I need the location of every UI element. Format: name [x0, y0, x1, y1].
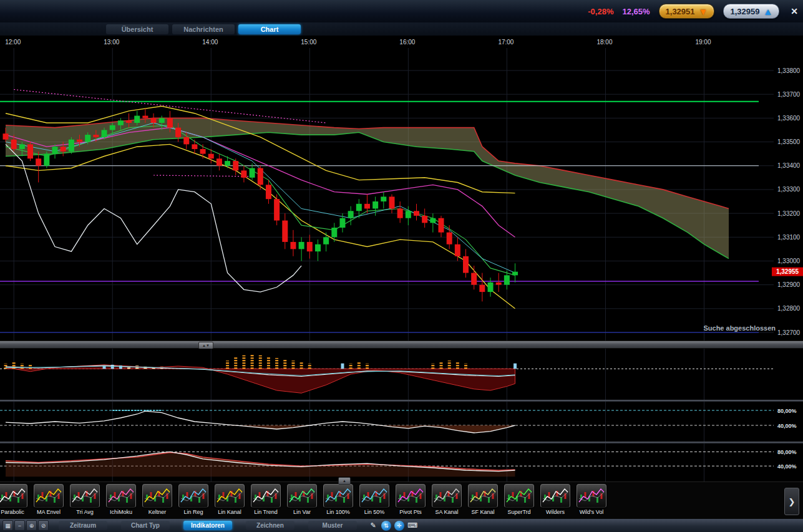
bottom-tab-zeitraum[interactable]: Zeitraum	[59, 521, 107, 530]
keyboard-icon[interactable]: ⌨	[407, 521, 417, 531]
toolbar-item-sa-kanal[interactable]: SA Kanal	[431, 484, 462, 515]
svg-text:80,00%: 80,00%	[777, 449, 797, 455]
toolbar-item-label: Lin Trend	[254, 509, 278, 515]
indicator-preview-icon	[396, 484, 426, 508]
svg-text:12:00: 12:00	[5, 39, 21, 46]
zoom-out-icon[interactable]: −	[14, 520, 25, 531]
toolbar-item-lin-trend[interactable]: Lin Trend	[250, 484, 281, 515]
sub2-svg[interactable]: 80,00%40,00%	[0, 402, 803, 442]
bottom-tab-muster[interactable]: Muster	[308, 521, 357, 530]
svg-text:1,33600: 1,33600	[777, 115, 801, 122]
indicator-toolbar: ParabolicMA EnvelTri AvgIchiMokuKeltnerL…	[0, 481, 803, 519]
indicator-preview-icon	[540, 484, 570, 508]
zoom-in-icon[interactable]: ⊕	[26, 520, 37, 531]
toolbar-item-ma-envel[interactable]: MA Envel	[33, 484, 64, 515]
toolbar-item-pivot-pts[interactable]: Pivot Pts	[395, 484, 426, 515]
toolbar-item-lin-50-[interactable]: Lin 50%	[359, 484, 390, 515]
toolbar-item-lin-100-[interactable]: Lin 100%	[323, 484, 354, 515]
toolbar-item-label: Lin Reg	[183, 509, 203, 515]
search-status-text: Suche abgeschlossen	[703, 324, 776, 332]
toolbar-item-ichimoku[interactable]: IchiMoku	[105, 484, 137, 515]
toolbar-item-label: Wilders	[546, 509, 565, 515]
chart-window-icon[interactable]: ▦	[2, 520, 13, 531]
main-chart-region[interactable]: 1,338001,337001,336001,335001,334001,333…	[0, 36, 803, 341]
toolbar-scroll-right-icon[interactable]: ❯	[784, 488, 799, 515]
svg-text:19:00: 19:00	[695, 39, 711, 46]
svg-text:1,32700: 1,32700	[777, 329, 801, 336]
toolbar-item-label: Lin 100%	[326, 509, 350, 515]
sub1-svg[interactable]	[0, 349, 803, 400]
toolbar-item-lin-kanal[interactable]: Lin Kanal	[214, 484, 245, 515]
toolbar-item-lin-reg[interactable]: Lin Reg	[178, 484, 209, 515]
toolbar-item-supertrd[interactable]: SuperTrd	[504, 484, 535, 515]
indicator-preview-icon	[215, 484, 245, 508]
toolbar-item-label: Keltner	[148, 509, 167, 515]
pencil-icon[interactable]: ✎	[368, 521, 378, 531]
toolbar-item-lin-var[interactable]: Lin Var	[286, 484, 318, 515]
toolbar-item-wild-s-vol[interactable]: Wild's Vol	[576, 484, 607, 515]
main-chart-svg[interactable]: 1,338001,337001,336001,335001,334001,333…	[0, 36, 803, 341]
svg-text:15:00: 15:00	[301, 39, 316, 46]
indicator-preview-icon	[577, 484, 606, 508]
title-bar: -0,28% 12,65% 1,32951 ▼ 1,32959 ▲ ✕	[0, 0, 803, 22]
disable-icon[interactable]: ⊘	[38, 520, 49, 531]
buy-price-button[interactable]: 1,32959 ▲	[723, 4, 779, 19]
toolbar-item-label: Lin Var	[293, 509, 311, 515]
svg-text:1,33700: 1,33700	[777, 91, 801, 98]
svg-text:1,33500: 1,33500	[777, 138, 801, 145]
toolbar-item-label: MA Envel	[37, 509, 61, 515]
close-icon[interactable]: ✕	[791, 6, 798, 16]
stochastic-subplot-2[interactable]: 80,00%40,00%	[0, 443, 803, 481]
toolbar-item-parabolic[interactable]: Parabolic	[0, 484, 28, 515]
indicator-preview-icon	[468, 484, 498, 508]
drawing-tools: ✎⇅✛⌨	[368, 521, 417, 531]
trading-chart-window: -0,28% 12,65% 1,32951 ▼ 1,32959 ▲ ✕ Über…	[0, 0, 803, 532]
pane-splitter[interactable]: ▲▼	[0, 341, 803, 349]
toolbar-item-label: Tri Avg	[76, 509, 94, 515]
svg-text:16:00: 16:00	[399, 39, 415, 46]
bottom-tab-zeichnen[interactable]: Zeichnen	[246, 521, 294, 530]
svg-text:40,00%: 40,00%	[777, 463, 797, 470]
indicator-preview-icon	[504, 484, 534, 508]
svg-text:1,32900: 1,32900	[777, 281, 801, 288]
indicator-preview-icon	[251, 484, 281, 508]
indicator-preview-icon	[106, 484, 136, 508]
tab-chart[interactable]: Chart	[238, 24, 301, 34]
indicator-preview-icon	[359, 484, 389, 508]
indicator-preview-icon	[0, 484, 27, 508]
toolbar-item-wilders[interactable]: Wilders	[540, 484, 571, 515]
stochastic-subplot-1[interactable]: 80,00%40,00%	[0, 402, 803, 442]
chart-controls: ▦−⊕⊘	[2, 520, 49, 531]
indicator-preview-icon	[178, 484, 208, 508]
toolbar-item-label: Wild's Vol	[580, 509, 604, 515]
svg-text:40,00%: 40,00%	[777, 423, 797, 429]
change-percent: -0,28%	[588, 7, 613, 16]
toolbar-item-label: IchiMoku	[110, 509, 132, 515]
bottom-tab-chart-typ[interactable]: Chart Typ	[121, 521, 170, 530]
toolbar-item-keltner[interactable]: Keltner	[142, 484, 173, 515]
tab--bersicht[interactable]: Übersicht	[106, 24, 168, 34]
macd-subplot[interactable]	[0, 349, 803, 400]
toolbar-collapse-icon[interactable]: ▲	[338, 477, 351, 485]
bottom-tab-indikatoren[interactable]: Indikatoren	[183, 521, 232, 530]
toolbar-item-tri-avg[interactable]: Tri Avg	[69, 484, 100, 515]
svg-text:1,32955: 1,32955	[776, 268, 799, 275]
toolbar-item-label: SuperTrd	[507, 509, 530, 515]
arrow-down-icon: ▼	[699, 7, 708, 16]
crosshair-icon[interactable]: ✛	[394, 521, 404, 531]
svg-text:1,33400: 1,33400	[777, 162, 801, 169]
indicator-preview-icon	[142, 484, 172, 508]
sell-price-button[interactable]: 1,32951 ▼	[659, 4, 715, 19]
svg-text:1,33300: 1,33300	[777, 186, 801, 193]
svg-text:1,33100: 1,33100	[777, 234, 801, 241]
bottom-tabs: ZeitraumChart TypIndikatorenZeichnenMust…	[59, 521, 357, 530]
view-tabs: ÜbersichtNachrichtenChart	[0, 22, 803, 36]
swap-icon[interactable]: ⇅	[381, 521, 391, 531]
sub3-svg[interactable]: 80,00%40,00%	[0, 443, 803, 481]
svg-text:14:00: 14:00	[202, 39, 218, 46]
toolbar-item-label: Lin Kanal	[218, 509, 241, 515]
bid-price: 1,32951	[666, 7, 695, 16]
tab-nachrichten[interactable]: Nachrichten	[172, 24, 235, 34]
svg-text:17:00: 17:00	[498, 39, 513, 46]
toolbar-item-sf-kanal[interactable]: SF Kanal	[467, 484, 499, 515]
